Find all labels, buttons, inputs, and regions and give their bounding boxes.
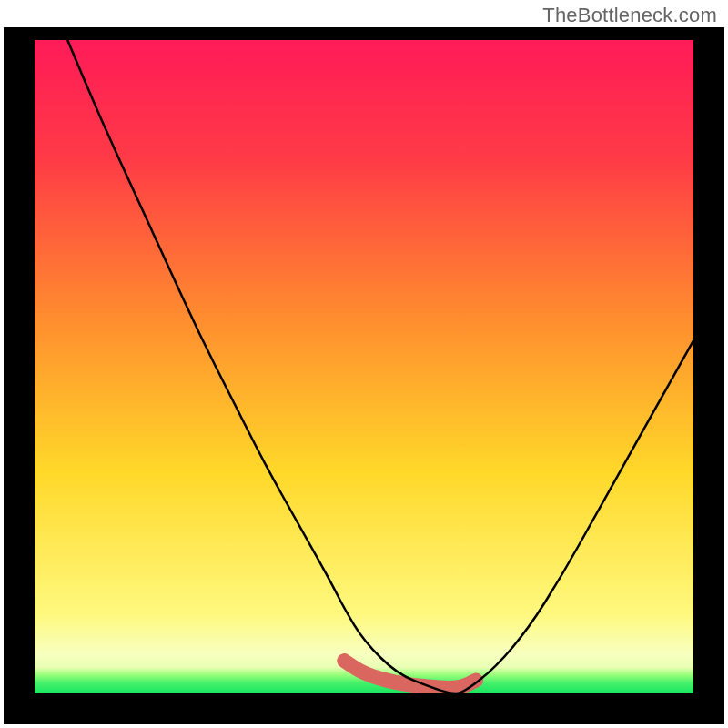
watermark-text: TheBottleneck.com [542, 4, 717, 27]
trough-highlight [344, 661, 476, 688]
chart-frame [4, 27, 724, 724]
chart-svg [35, 40, 693, 693]
stage: TheBottleneck.com [0, 0, 728, 728]
plot-area [35, 40, 693, 693]
bottleneck-curve [67, 40, 693, 693]
